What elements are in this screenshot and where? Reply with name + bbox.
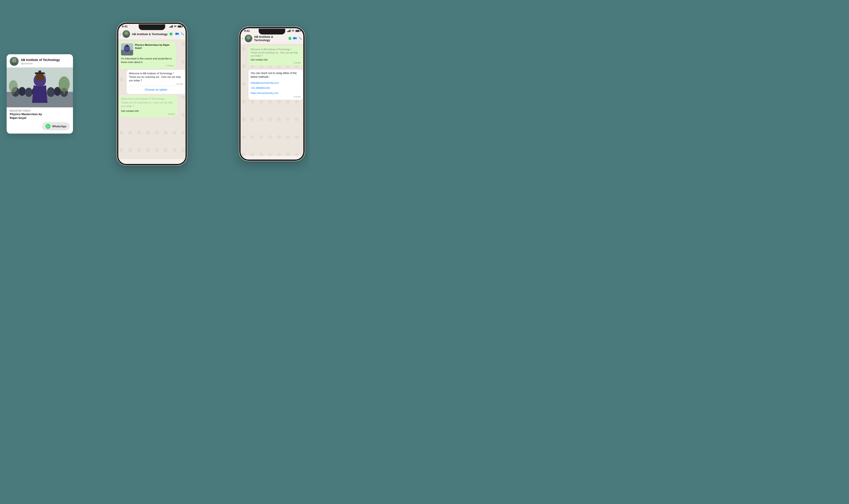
email-link[interactable]: hello@lmnuniversity.com xyxy=(251,81,301,85)
msg-text-3: Welcome to AB Institute of Technology !T… xyxy=(121,97,175,108)
msg-time-2: 2.41 pm xyxy=(129,83,183,85)
ad-sponsored-label: Sponsored xyxy=(21,62,60,65)
msg-received-media: Physics Masterclass by Rajan Goyel I'm I… xyxy=(119,41,176,69)
battery-icon-right xyxy=(295,30,300,32)
svg-point-6 xyxy=(19,87,25,96)
phone-center: 9:41 xyxy=(117,22,187,166)
svg-point-18 xyxy=(58,76,70,92)
phone-link[interactable]: +91-9090901234 xyxy=(251,86,301,90)
ad-course-title: Physics Masterclass byRajan Goyel xyxy=(10,112,70,120)
chat-avatar-right xyxy=(245,35,252,42)
msg-received-contact: Welcome to AB Institute of Technology !T… xyxy=(119,95,177,117)
whatsapp-label: WhatsApp xyxy=(52,125,66,128)
ad-whatsapp-button[interactable]: WhatsApp xyxy=(42,122,70,130)
svg-point-24 xyxy=(125,31,128,35)
chat-body-right: Welcome to AB Institute of Technology !T… xyxy=(239,44,305,156)
msg-time-3: 2.40 pm xyxy=(121,113,175,115)
contact-heading: You can reach out to using either of the… xyxy=(251,71,301,79)
msg-time-right-1: 2.40 pm xyxy=(251,62,301,64)
svg-rect-36 xyxy=(293,37,295,39)
ad-institute-name: AB Institute of Technology xyxy=(21,58,60,62)
ad-avatar xyxy=(10,57,19,66)
svg-rect-26 xyxy=(175,33,178,35)
scene: AB Institute of Technology Sponsored xyxy=(0,0,309,188)
verified-badge-center: ✓ xyxy=(169,33,173,36)
ad-card-info: AB Institute of Technology Sponsored xyxy=(21,58,60,65)
header-actions-center xyxy=(175,32,184,36)
phone-right: 9:41 xyxy=(239,26,305,161)
media-title: Physics Masterclass by Rajan Goyel xyxy=(135,43,174,50)
wifi-icon-center xyxy=(174,25,177,28)
svg-rect-15 xyxy=(38,71,41,73)
status-icons-right xyxy=(287,30,300,32)
svg-rect-19 xyxy=(64,90,65,94)
svg-rect-25 xyxy=(124,35,129,38)
msg-time-1: 2.40 pm xyxy=(121,65,174,67)
video-call-icon-center[interactable] xyxy=(175,32,179,36)
get-contact-section: Get contact info xyxy=(121,110,175,112)
ad-card-header: AB Institute of Technology Sponsored xyxy=(7,54,73,68)
ad-card: AB Institute of Technology Sponsored xyxy=(7,54,73,134)
chat-avatar-center xyxy=(123,30,130,38)
svg-rect-2 xyxy=(11,62,17,66)
ad-image xyxy=(7,68,73,107)
chat-name-right: AB Institute & Technology xyxy=(254,35,287,42)
video-call-icon-right[interactable] xyxy=(293,37,297,40)
msg-sent-contact-right: You can reach out to using either of the… xyxy=(248,70,303,100)
chat-name-center: AB Institute & Technology xyxy=(132,33,168,36)
get-contact-label-right[interactable]: Get contact info xyxy=(251,58,301,61)
svg-point-22 xyxy=(175,27,175,28)
svg-point-9 xyxy=(47,87,55,97)
svg-point-32 xyxy=(293,32,293,32)
battery-icon-center xyxy=(178,25,182,28)
get-contact-right: Get contact info xyxy=(251,58,301,61)
chat-messages-right: Welcome to AB Institute of Technology !T… xyxy=(239,44,305,102)
msg-received-welcome-right: Welcome to AB Institute of Technology !T… xyxy=(248,46,303,66)
ad-footer: REGISTER TODAY Physics Masterclass byRaj… xyxy=(7,107,73,134)
header-actions-right xyxy=(293,37,302,40)
get-contact-btn[interactable]: Get contact info xyxy=(121,110,175,112)
website-link[interactable]: https://lmnuniversity.com xyxy=(251,91,301,95)
chat-header-center: ‹ AB Institute & Technology ✓ xyxy=(117,29,187,40)
back-button-center[interactable]: ‹ xyxy=(120,32,121,36)
svg-rect-21 xyxy=(13,91,14,95)
msg-text-right-1: Welcome to AB Institute of Technology !T… xyxy=(251,48,301,57)
msg-time-right-2: 2.40 pm xyxy=(251,96,301,98)
msg-text-2: Welcome to AB Institute of Technology !T… xyxy=(129,72,183,82)
whatsapp-icon xyxy=(46,124,50,129)
wifi-icon-right xyxy=(291,30,295,32)
svg-point-20 xyxy=(9,80,18,93)
phone-notch-center xyxy=(139,24,165,30)
phone-call-icon-center[interactable] xyxy=(181,32,184,36)
chat-messages-center: Physics Masterclass by Rajan Goyel I'm I… xyxy=(117,40,187,119)
msg-text-1: I'm Interested in this course and would … xyxy=(121,57,174,64)
svg-point-34 xyxy=(247,36,250,39)
time-right: 9:41 xyxy=(244,29,250,33)
svg-point-1 xyxy=(12,58,16,63)
contact-links: hello@lmnuniversity.com +91-9090901234 h… xyxy=(251,81,301,95)
phone-notch-right xyxy=(259,29,285,34)
back-button-right[interactable]: ‹ xyxy=(242,36,243,40)
phone-call-icon-right[interactable] xyxy=(299,37,302,40)
verified-badge-right: ✓ xyxy=(288,37,291,40)
svg-rect-31 xyxy=(126,44,128,46)
status-icons-center xyxy=(169,25,182,28)
svg-rect-35 xyxy=(246,39,251,42)
msg-sent-welcome: Welcome to AB Institute of Technology !T… xyxy=(127,70,185,94)
ad-register-label: REGISTER TODAY xyxy=(10,110,70,112)
signal-icon-right xyxy=(287,30,290,32)
media-preview: Physics Masterclass by Rajan Goyel xyxy=(121,43,174,55)
signal-icon-center xyxy=(169,25,173,28)
chat-header-right: ‹ AB Institute & Technology ✓ xyxy=(239,33,305,44)
chat-body-center: Physics Masterclass by Rajan Goyel I'm I… xyxy=(117,40,187,159)
media-thumb xyxy=(121,43,133,55)
choose-option-button[interactable]: Choose an option xyxy=(129,86,183,92)
svg-point-7 xyxy=(25,88,33,97)
time-center: 9:41 xyxy=(122,25,128,28)
